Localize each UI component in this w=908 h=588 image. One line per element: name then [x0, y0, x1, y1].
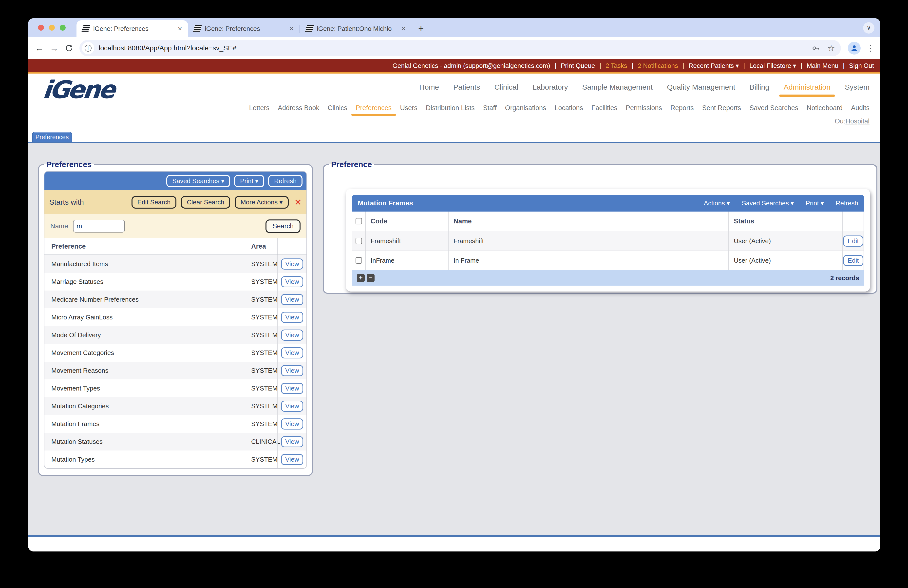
remove-row-icon[interactable]: − — [367, 274, 375, 282]
notifications-link[interactable]: 2 Notifications — [638, 62, 678, 69]
nav-clinical[interactable]: Clinical — [494, 83, 518, 91]
nav-sent-reports[interactable]: Sent Reports — [702, 104, 741, 112]
close-tab-icon[interactable]: × — [400, 24, 407, 33]
saved-searches-menu[interactable]: Saved Searches ▾ — [742, 200, 794, 207]
password-key-icon[interactable] — [811, 43, 821, 53]
logged-in-user[interactable]: Genial Genetics - admin (support@genialg… — [393, 62, 550, 69]
view-button[interactable]: View — [281, 347, 303, 358]
refresh-menu[interactable]: Refresh — [836, 200, 858, 207]
url-bar[interactable]: i localhost:8080/App/App.html?locale=sv_… — [79, 40, 841, 56]
nav-locations[interactable]: Locations — [554, 104, 583, 112]
nav-administration[interactable]: Administration — [784, 83, 831, 91]
browser-window: iGene: Preferences × iGene: Preferences … — [28, 18, 881, 551]
tab-title: iGene: Patient:Ono Michio — [317, 25, 396, 32]
preferences-panel: Preferences Saved Searches ▾ Print ▾ Ref… — [38, 160, 313, 476]
bookmark-star-icon[interactable]: ☆ — [828, 43, 835, 53]
tasks-link[interactable]: 2 Tasks — [605, 62, 627, 69]
close-tab-icon[interactable]: × — [177, 24, 183, 33]
page-tab-preferences[interactable]: Preferences — [32, 132, 72, 142]
separator: | — [599, 62, 601, 69]
view-button[interactable]: View — [281, 258, 303, 269]
profile-avatar[interactable] — [848, 42, 861, 55]
recent-patients-menu[interactable]: Recent Patients ▾ — [689, 62, 739, 69]
table-row: InFrame In Frame User (Active) Edit — [353, 251, 864, 270]
browser-tab-1[interactable]: iGene: Preferences × — [76, 20, 188, 37]
view-button[interactable]: View — [281, 294, 303, 305]
nav-preferences[interactable]: Preferences — [356, 104, 392, 112]
nav-system[interactable]: System — [845, 83, 869, 91]
person-icon — [850, 44, 858, 52]
nav-facilities[interactable]: Facilities — [591, 104, 617, 112]
search-button[interactable]: Search — [266, 219, 301, 233]
minimize-window-button[interactable] — [49, 25, 55, 31]
preferences-card-toolbar: Saved Searches ▾ Print ▾ Refresh — [44, 172, 306, 190]
edit-button[interactable]: Edit — [843, 255, 864, 266]
close-search-icon[interactable]: ✕ — [295, 197, 302, 207]
nav-saved-searches[interactable]: Saved Searches — [749, 104, 798, 112]
view-button[interactable]: View — [281, 383, 303, 394]
nav-staff[interactable]: Staff — [483, 104, 497, 112]
close-tab-icon[interactable]: × — [288, 24, 295, 33]
new-tab-button[interactable]: + — [414, 21, 428, 36]
nav-users[interactable]: Users — [400, 104, 417, 112]
view-button[interactable]: View — [281, 330, 303, 341]
nav-letters[interactable]: Letters — [249, 104, 269, 112]
url-text[interactable]: localhost:8080/App/App.html?locale=sv_SE… — [99, 44, 807, 52]
browser-menu-icon[interactable]: ⋮ — [866, 43, 874, 53]
nav-patients[interactable]: Patients — [453, 83, 480, 91]
view-button[interactable]: View — [281, 454, 303, 465]
nav-billing[interactable]: Billing — [750, 83, 770, 91]
print-queue-link[interactable]: Print Queue — [561, 62, 595, 69]
refresh-button[interactable]: Refresh — [268, 175, 303, 187]
nav-sample-management[interactable]: Sample Management — [582, 83, 653, 91]
nav-reports[interactable]: Reports — [670, 104, 694, 112]
view-button[interactable]: View — [281, 436, 303, 447]
table-row: Mutation StatusesCLINICALView — [44, 433, 306, 451]
nav-home[interactable]: Home — [419, 83, 439, 91]
separator: | — [555, 62, 556, 69]
row-checkbox[interactable] — [356, 238, 362, 244]
actions-menu[interactable]: Actions ▾ — [704, 200, 730, 207]
nav-laboratory[interactable]: Laboratory — [533, 83, 568, 91]
edit-search-button[interactable]: Edit Search — [132, 196, 176, 209]
nav-audits[interactable]: Audits — [851, 104, 869, 112]
view-button[interactable]: View — [281, 276, 303, 287]
site-info-chip[interactable]: i — [82, 42, 94, 54]
nav-permissions[interactable]: Permissions — [626, 104, 662, 112]
clear-search-button[interactable]: Clear Search — [181, 196, 230, 209]
ou-hospital-link[interactable]: Hospital — [845, 118, 869, 125]
nav-distribution-lists[interactable]: Distribution Lists — [426, 104, 475, 112]
nav-quality-management[interactable]: Quality Management — [667, 83, 735, 91]
browser-tab-2[interactable]: iGene: Preferences × — [188, 20, 299, 37]
view-button[interactable]: View — [281, 365, 303, 376]
back-icon[interactable]: ← — [32, 41, 47, 56]
reload-icon[interactable] — [62, 41, 76, 56]
more-actions-button[interactable]: More Actions ▾ — [235, 196, 289, 209]
main-menu-link[interactable]: Main Menu — [807, 62, 839, 69]
saved-searches-button[interactable]: Saved Searches ▾ — [166, 175, 230, 187]
name-input[interactable] — [73, 220, 125, 232]
view-button[interactable]: View — [281, 312, 303, 323]
nav-noticeboard[interactable]: Noticeboard — [807, 104, 843, 112]
print-button[interactable]: Print ▾ — [234, 175, 264, 187]
zoom-window-button[interactable] — [60, 25, 66, 31]
select-all-checkbox[interactable] — [356, 218, 362, 224]
view-button[interactable]: View — [281, 419, 303, 430]
table-row: Mutation CategoriesSYSTEMView — [44, 397, 306, 415]
browser-tab-3[interactable]: iGene: Patient:Ono Michio × — [300, 20, 412, 37]
row-checkbox[interactable] — [356, 257, 362, 264]
nav-address-book[interactable]: Address Book — [278, 104, 319, 112]
nav-clinics[interactable]: Clinics — [328, 104, 348, 112]
tab-search-chevron-icon[interactable]: ∨ — [863, 22, 874, 34]
sign-out-link[interactable]: Sign Out — [849, 62, 874, 69]
table-row: Medicare Number PreferencesSYSTEMView — [44, 290, 306, 308]
nav-organisations[interactable]: Organisations — [505, 104, 546, 112]
close-window-button[interactable] — [38, 25, 44, 31]
preferences-table: Preference Area Manufactured ItemsSYSTEM… — [44, 238, 306, 468]
edit-button[interactable]: Edit — [843, 235, 864, 246]
forward-icon[interactable]: → — [47, 41, 62, 56]
view-button[interactable]: View — [281, 401, 303, 412]
print-menu[interactable]: Print ▾ — [806, 200, 824, 207]
add-row-icon[interactable]: + — [357, 274, 365, 282]
local-filestore-menu[interactable]: Local Filestore ▾ — [749, 62, 796, 69]
